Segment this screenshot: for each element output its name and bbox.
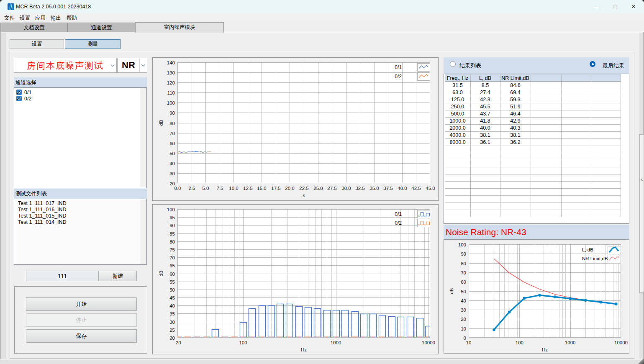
svg-text:55: 55 — [169, 279, 175, 285]
svg-text:36.2: 36.2 — [510, 139, 520, 145]
menu-2[interactable]: 设置 — [20, 15, 30, 22]
checkbox-checked-icon[interactable]: ✓ — [16, 90, 22, 95]
minimize-button[interactable]: — — [588, 0, 606, 13]
svg-text:37.5: 37.5 — [383, 186, 393, 191]
file-list-header: 测试文件列表 — [14, 188, 147, 199]
svg-text:8.5: 8.5 — [482, 82, 489, 88]
svg-text:Hz: Hz — [301, 347, 307, 352]
svg-text:40: 40 — [169, 161, 175, 166]
svg-text:27.4: 27.4 — [480, 90, 490, 95]
svg-text:95: 95 — [169, 215, 175, 220]
test-type-combo[interactable]: 房间本底噪声测试 — [14, 58, 117, 73]
last-result-radio[interactable] — [590, 61, 595, 67]
svg-text:dB: dB — [449, 288, 454, 294]
rating-type-combo[interactable]: NR — [117, 58, 147, 73]
noise-rating-text: Noise Rating: NR-43 — [446, 227, 526, 237]
start-button[interactable]: 开始 — [26, 297, 137, 311]
noise-rating-bar: Noise Rating: NR-43 — [444, 225, 629, 239]
file-list-scrollbar-track[interactable] — [140, 200, 146, 264]
svg-text:20: 20 — [169, 336, 175, 341]
status-strip — [0, 359, 644, 364]
svg-text:40: 40 — [169, 303, 175, 308]
svg-text:80: 80 — [169, 239, 175, 244]
svg-text:120: 120 — [167, 80, 175, 85]
svg-text:250.0: 250.0 — [451, 104, 464, 110]
svg-text:0/1: 0/1 — [395, 64, 402, 70]
svg-text:60: 60 — [461, 279, 466, 285]
file-item-3[interactable]: Test 1_111_015_IND — [14, 213, 146, 219]
svg-text:60: 60 — [169, 272, 175, 277]
app-window: MCR Beta 2.05.0.001 20230418 — ▢ ✕ 文件设置应… — [0, 0, 644, 364]
svg-text:85: 85 — [169, 231, 175, 236]
save-button[interactable]: 保存 — [26, 329, 137, 343]
svg-text:140: 140 — [167, 60, 175, 65]
svg-text:0/2: 0/2 — [395, 220, 402, 226]
collapse-splitter[interactable]: < — [639, 134, 644, 293]
svg-text:40: 40 — [461, 298, 466, 303]
rating-type-dropdown-icon[interactable] — [139, 58, 147, 72]
left-gutter — [0, 33, 6, 359]
svg-text:30.0: 30.0 — [341, 186, 351, 191]
svg-text:100: 100 — [516, 340, 523, 345]
svg-text:110: 110 — [167, 90, 175, 95]
svg-text:0.0: 0.0 — [174, 186, 181, 191]
svg-text:50: 50 — [169, 287, 175, 292]
close-button[interactable]: ✕ — [624, 0, 643, 13]
svg-text:20: 20 — [169, 181, 175, 186]
svg-text:45: 45 — [169, 295, 175, 300]
svg-text:65: 65 — [169, 263, 175, 268]
channel-select-header: 通道选择 — [14, 77, 147, 87]
svg-text:5.0: 5.0 — [203, 186, 209, 191]
svg-text:42.3: 42.3 — [480, 97, 490, 103]
tab-measure[interactable]: 测量 — [65, 39, 121, 49]
svg-text:100: 100 — [167, 207, 175, 212]
svg-text:s: s — [303, 193, 305, 198]
svg-text:125.0: 125.0 — [451, 97, 464, 103]
svg-text:2.5: 2.5 — [189, 186, 195, 191]
svg-text:L, dB: L, dB — [582, 247, 593, 252]
svg-text:20: 20 — [176, 340, 181, 345]
test-type-dropdown-icon[interactable] — [109, 58, 116, 72]
test-name-input[interactable]: 111 — [26, 271, 99, 281]
tab-settings[interactable]: 设置 — [10, 39, 64, 49]
new-button[interactable]: 新建 — [99, 271, 137, 281]
result-table-container: Freq., HzL, dBNR Limit,dB31.58.584.663.0… — [444, 74, 629, 224]
stop-button[interactable]: 停止 — [26, 313, 137, 327]
svg-text:59.3: 59.3 — [510, 97, 520, 103]
svg-text:51.9: 51.9 — [510, 104, 520, 110]
file-item-4[interactable]: Test 1_111_014_IND — [14, 219, 146, 226]
svg-text:30: 30 — [461, 308, 466, 313]
result-list-label: 结果列表 — [459, 62, 481, 69]
tab-2[interactable]: 通道设置 — [68, 23, 135, 32]
channel-list-scrollbar-track[interactable] — [140, 88, 146, 187]
channel-item-0/2[interactable]: ✓0/2 — [14, 96, 146, 102]
file-list[interactable]: Test 1_111_017_INDTest 1_111_016_INDTest… — [14, 199, 147, 265]
tab-1[interactable]: 文档设置 — [0, 23, 68, 32]
menu-4[interactable]: 输出 — [51, 15, 61, 22]
nr-chart: 010203040506070809010010100100010000dBHz… — [444, 239, 629, 354]
channel-list[interactable]: ✓0/1✓0/2 — [14, 87, 147, 188]
menu-1[interactable]: 文件 — [4, 15, 15, 22]
menu-5[interactable]: 帮助 — [67, 15, 77, 22]
resize-grip[interactable] — [638, 358, 644, 364]
svg-text:NR Limit,dB: NR Limit,dB — [582, 256, 608, 261]
last-result-label: 最后结果 — [603, 62, 624, 69]
svg-text:0/1: 0/1 — [395, 211, 402, 217]
svg-text:42.5: 42.5 — [411, 186, 421, 191]
maximize-button[interactable]: ▢ — [606, 0, 624, 13]
svg-text:25: 25 — [169, 328, 175, 333]
svg-text:60: 60 — [169, 141, 175, 146]
channel-item-0/1[interactable]: ✓0/1 — [14, 90, 146, 96]
checkbox-checked-icon[interactable]: ✓ — [16, 96, 22, 101]
svg-text:10000: 10000 — [422, 340, 435, 345]
svg-text:46.4: 46.4 — [510, 111, 520, 117]
svg-text:20: 20 — [461, 317, 466, 322]
file-item-1[interactable]: Test 1_111_017_IND — [14, 200, 146, 207]
file-item-2[interactable]: Test 1_111_016_IND — [14, 207, 146, 213]
tab-strip: 文档设置通道设置室内噪声模块 — [0, 22, 644, 32]
tab-3[interactable]: 室内噪声模块 — [135, 22, 224, 33]
result-list-radio[interactable] — [450, 61, 456, 67]
menu-3[interactable]: 应用 — [35, 15, 46, 22]
svg-text:31.5: 31.5 — [452, 82, 462, 88]
svg-text:0: 0 — [464, 336, 466, 341]
